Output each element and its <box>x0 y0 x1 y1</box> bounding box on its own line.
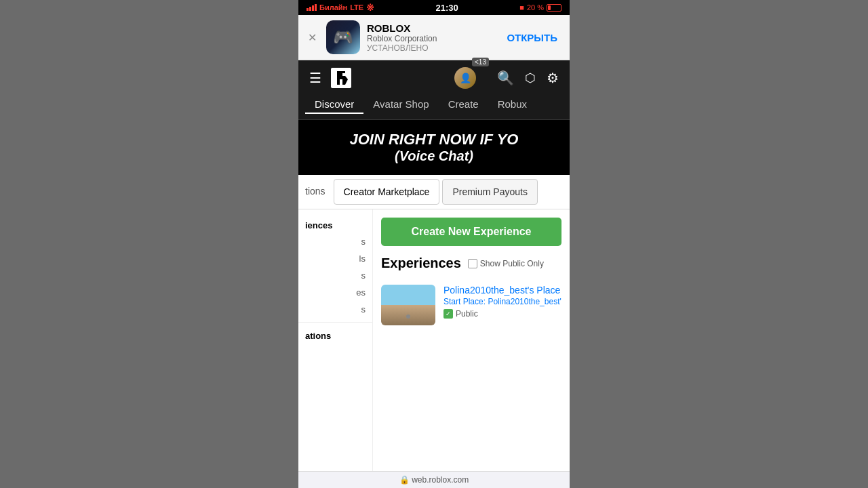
sidebar-item-s3[interactable]: s <box>298 301 372 318</box>
public-badge-icon: ✓ <box>443 309 453 319</box>
sidebar-bottom-title: ations <box>298 327 372 344</box>
hero-subtitle: (Voice Chat) <box>308 148 560 164</box>
right-overlay <box>570 0 868 488</box>
experience-visibility: ✓ Public <box>443 309 561 319</box>
sidebar-item-es[interactable]: es <box>298 284 372 301</box>
signal-warning-icon: ※ <box>366 2 374 13</box>
status-right: ■ 20 % <box>519 3 561 12</box>
show-public-label[interactable]: Show Public Only <box>468 259 544 268</box>
experience-name[interactable]: Polina2010the_best's Place <box>443 285 561 296</box>
banner-open-button[interactable]: ОТКРЫТЬ <box>501 29 563 46</box>
public-checkmark: ✓ <box>446 310 451 317</box>
experience-card: Polina2010the_best's Place Start Place: … <box>381 279 561 331</box>
hero-title: JOIN RIGHT NOW IF YO <box>308 131 560 148</box>
roblox-r-icon <box>334 71 348 85</box>
sidebar-title: iences <box>298 216 372 233</box>
url-bar: 🔒 web.roblox.com <box>298 471 570 488</box>
signal-bar-1 <box>307 8 309 11</box>
tab-robux[interactable]: Robux <box>488 96 536 114</box>
banner-app-icon: 🎮 <box>326 20 360 54</box>
sidebar-divider <box>298 322 372 323</box>
carrier-name: Билайн <box>319 3 347 12</box>
tab-partial: tions <box>300 179 331 205</box>
show-public-checkbox[interactable] <box>468 259 477 268</box>
tab-creator-marketplace[interactable]: Creator Marketplace <box>334 179 440 205</box>
experience-thumb-image <box>381 285 435 325</box>
signal-bar-3 <box>312 5 314 11</box>
signal-bar-4 <box>315 4 317 11</box>
tab-discover[interactable]: Discover <box>305 96 363 114</box>
nav-tabs: Discover Avatar Shop Create Robux <box>298 96 570 120</box>
banner-status: УСТАНОВЛЕНО <box>367 43 494 53</box>
tab-premium-payouts[interactable]: Premium Payouts <box>442 179 537 205</box>
experiences-title: Experiences <box>381 256 461 271</box>
tab-avatar-shop[interactable]: Avatar Shop <box>363 96 438 114</box>
status-bar: Билайн LTE ※ 21:30 ■ 20 % <box>298 0 570 15</box>
lock-icon: 🔒 <box>399 475 412 485</box>
sidebar-item-s2[interactable]: s <box>298 267 372 284</box>
app-banner: ✕ 🎮 ROBLOX Roblox Corporation УСТАНОВЛЕН… <box>298 15 570 60</box>
thumb-dot <box>406 314 410 319</box>
sidebar-item-s[interactable]: s <box>298 233 372 250</box>
battery-percent: 20 % <box>527 3 544 12</box>
url-text: web.roblox.com <box>412 475 469 485</box>
start-place-name: Polina2010the_best' <box>488 297 561 306</box>
avatar-with-badge: 👤 <13 <box>454 67 489 89</box>
roblox-logo[interactable] <box>331 68 351 88</box>
battery-icon: ■ <box>519 3 524 12</box>
user-avatar[interactable]: 👤 <box>454 67 476 89</box>
banner-app-name: ROBLOX <box>367 22 494 34</box>
experience-start-place: Start Place: Polina2010the_best' <box>443 297 561 306</box>
network-type: LTE <box>350 3 363 12</box>
signal-bar-2 <box>309 7 311 11</box>
status-time: 21:30 <box>436 3 458 13</box>
content-tabs: tions Creator Marketplace Premium Payout… <box>298 175 570 209</box>
sidebar-item-ls[interactable]: ls <box>298 250 372 267</box>
search-icon[interactable]: 🔍 <box>494 67 517 89</box>
robux-icon[interactable]: ⬡ <box>522 68 538 88</box>
page-body: iences s ls s es s ations Create New Exp… <box>298 209 570 471</box>
start-place-label: Start Place: <box>443 297 486 306</box>
battery-body <box>547 4 561 12</box>
left-overlay <box>0 0 298 488</box>
tab-create[interactable]: Create <box>439 96 488 114</box>
phone-container: Билайн LTE ※ 21:30 ■ 20 % ✕ 🎮 ROBLOX Rob… <box>298 0 570 488</box>
experience-thumbnail[interactable] <box>381 285 435 325</box>
banner-info: ROBLOX Roblox Corporation УСТАНОВЛЕНО <box>367 22 494 53</box>
status-left: Билайн LTE ※ <box>307 2 374 13</box>
hero-banner: JOIN RIGHT NOW IF YO (Voice Chat) <box>298 120 570 175</box>
signal-bars <box>307 4 317 11</box>
banner-developer: Roblox Corporation <box>367 34 494 43</box>
sidebar: iences s ls s es s ations <box>298 209 373 471</box>
show-public-text: Show Public Only <box>480 259 544 268</box>
main-content: JOIN RIGHT NOW IF YO (Voice Chat) tions … <box>298 120 570 471</box>
hamburger-icon[interactable]: ☰ <box>307 67 324 89</box>
visibility-label: Public <box>456 309 478 319</box>
settings-icon[interactable]: ⚙ <box>544 67 561 89</box>
right-content: Create New Experience Experiences Show P… <box>373 209 570 471</box>
notification-badge: <13 <box>472 58 489 66</box>
nav-bar: ☰ 👤 <13 🔍 ⬡ ⚙ <box>298 60 570 96</box>
create-new-experience-button[interactable]: Create New Experience <box>381 218 561 246</box>
experience-info: Polina2010the_best's Place Start Place: … <box>443 285 561 319</box>
banner-close-button[interactable]: ✕ <box>305 30 319 45</box>
experiences-header: Experiences Show Public Only <box>381 256 561 271</box>
battery-fill <box>548 5 551 10</box>
